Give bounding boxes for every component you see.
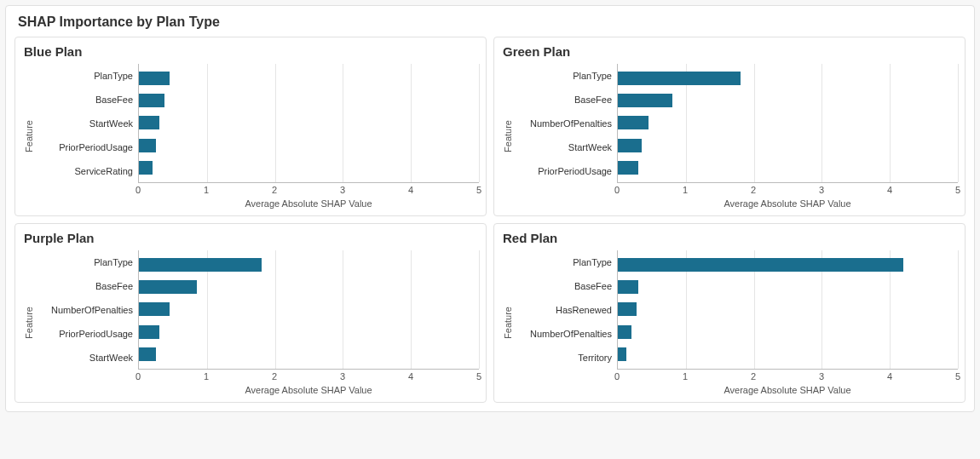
bar [618,325,631,339]
x-ticks: 012345 [617,185,958,197]
x-tick: 5 [476,185,481,195]
category-label: PriorPeriodUsage [36,330,133,339]
category-label: BaseFee [515,282,612,291]
x-tick: 5 [955,185,960,195]
category-label: PlanType [36,258,133,267]
x-tick: 3 [340,371,345,382]
category-label: BaseFee [36,282,133,291]
plot-area [617,250,958,370]
bar [618,347,626,361]
category-label: HasRenewed [515,306,612,315]
category-labels: PlanTypeBaseFeeHasRenewedNumberOfPenalti… [515,250,617,370]
chart-title: Red Plan [503,231,958,245]
chart-title: Green Plan [503,44,958,59]
x-tick: 4 [887,185,892,195]
bar [618,161,638,175]
gridline [479,250,480,369]
chart-wrap: FeaturePlanTypeBaseFeeHasRenewedNumberOf… [501,250,958,395]
category-label: BaseFee [515,95,612,105]
y-axis-label: Feature [501,307,515,339]
plot-row: PlanTypeBaseFeeHasRenewedNumberOfPenalti… [515,250,958,370]
bar [618,258,903,272]
chart-grid: Blue PlanFeaturePlanTypeBaseFeeStartWeek… [14,37,966,403]
y-axis-label: Feature [22,120,36,152]
x-tick: 5 [476,371,481,382]
chart-body: PlanTypeBaseFeeNumberOfPenaltiesPriorPer… [36,250,479,395]
x-tick: 1 [683,185,688,195]
bar [618,72,741,85]
bar [618,302,637,316]
x-tick: 2 [751,371,756,382]
x-axis-label: Average Absolute SHAP Value [515,385,958,395]
bar [139,347,156,361]
bar [139,280,197,294]
x-axis-label: Average Absolute SHAP Value [36,385,479,395]
category-label: PlanType [515,258,612,267]
x-tick: 3 [340,185,345,195]
bar [139,258,262,272]
x-tick: 4 [408,185,413,195]
main-panel: SHAP Importance by Plan Type Blue PlanFe… [5,5,975,412]
category-label: ServiceRating [36,167,133,176]
page-title: SHAP Importance by Plan Type [18,14,966,30]
x-tick: 1 [683,371,688,382]
bars [139,250,479,369]
category-label: PriorPeriodUsage [36,143,133,152]
category-label: StartWeek [515,143,612,152]
bar [618,280,638,294]
x-axis: 012345 [36,185,479,197]
plot-row: PlanTypeBaseFeeNumberOfPenaltiesStartWee… [515,64,958,183]
category-label: Territory [515,353,612,363]
category-label: PlanType [36,72,133,81]
x-tick: 4 [887,371,892,382]
category-label: StartWeek [36,119,133,129]
x-tick: 3 [819,371,824,382]
category-labels: PlanTypeBaseFeeStartWeekPriorPeriodUsage… [36,64,138,183]
plot-row: PlanTypeBaseFeeStartWeekPriorPeriodUsage… [36,64,479,183]
category-label: NumberOfPenalties [515,330,612,339]
chart-wrap: FeaturePlanTypeBaseFeeNumberOfPenaltiesS… [501,64,958,209]
chart-wrap: FeaturePlanTypeBaseFeeNumberOfPenaltiesP… [22,250,479,395]
y-axis-label: Feature [22,307,36,339]
bar [618,139,642,152]
x-tick: 0 [614,371,620,382]
x-tick: 1 [204,371,209,382]
x-tick: 0 [135,185,141,195]
x-axis: 012345 [36,371,479,383]
plot-area [138,64,479,183]
category-labels: PlanTypeBaseFeeNumberOfPenaltiesStartWee… [515,64,617,183]
chart-wrap: FeaturePlanTypeBaseFeeStartWeekPriorPeri… [22,64,479,209]
category-label: NumberOfPenalties [36,306,133,315]
x-axis-label: Average Absolute SHAP Value [36,198,479,209]
gridline [958,64,959,182]
category-label: StartWeek [36,353,133,363]
bar [139,94,164,107]
bar [139,72,170,85]
bar [139,302,170,316]
x-ticks: 012345 [617,371,958,383]
chart-panel: Green PlanFeaturePlanTypeBaseFeeNumberOf… [493,37,966,216]
chart-body: PlanTypeBaseFeeNumberOfPenaltiesStartWee… [515,64,958,209]
gridline [958,250,959,369]
x-tick: 0 [614,185,620,195]
x-tick: 4 [408,371,413,382]
x-tick: 0 [135,371,141,382]
gridline [479,64,480,182]
bar [618,116,649,129]
bar [618,94,672,107]
chart-panel: Blue PlanFeaturePlanTypeBaseFeeStartWeek… [14,37,487,216]
bar [139,139,156,152]
category-label: PlanType [515,72,612,81]
x-ticks: 012345 [138,185,479,197]
bars [139,64,479,182]
bars [618,64,958,182]
chart-title: Blue Plan [24,44,479,59]
chart-panel: Red PlanFeaturePlanTypeBaseFeeHasRenewed… [493,223,966,403]
plot-area [617,64,958,183]
x-axis: 012345 [515,371,958,383]
x-tick: 1 [204,185,209,195]
chart-body: PlanTypeBaseFeeHasRenewedNumberOfPenalti… [515,250,958,395]
bar [139,325,159,339]
bars [618,250,958,369]
category-label: BaseFee [36,95,133,105]
